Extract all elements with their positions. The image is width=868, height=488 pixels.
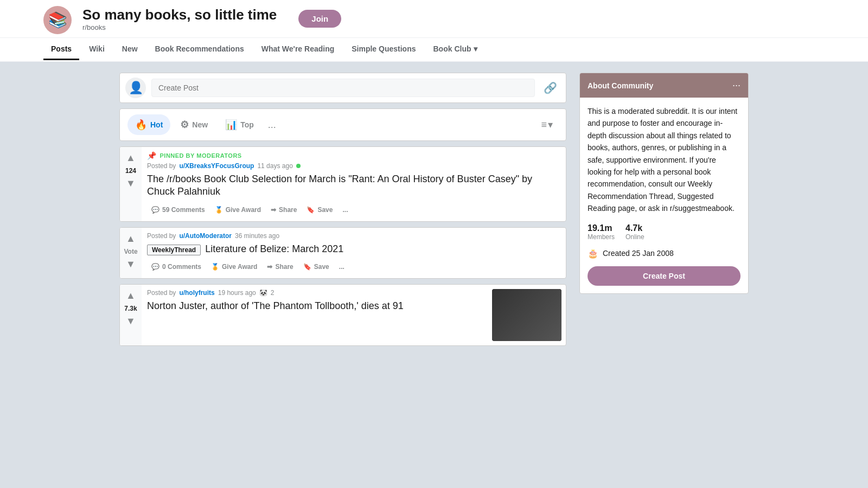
fire-icon: 🔥 [135, 119, 147, 131]
subreddit-nav: Posts Wiki New Book Recommendations What… [0, 38, 868, 62]
members-stat: 19.1m Members [588, 223, 615, 241]
about-header: About Community ··· [580, 73, 748, 98]
chart-icon: 📊 [225, 119, 237, 131]
sort-top-button[interactable]: 📊 Top [218, 114, 261, 135]
nav-item-simple-questions[interactable]: Simple Questions [344, 39, 423, 60]
award-icon: 🏅 [215, 206, 223, 214]
join-button[interactable]: Join [298, 10, 341, 28]
online-indicator-1 [296, 164, 301, 168]
post-card-2: ▲ Vote ▼ Posted by u/AutoModerator 36 mi… [119, 227, 566, 279]
vote-count-2: Vote [124, 248, 137, 255]
bookmark-icon: 🔖 [307, 206, 315, 214]
link-icon[interactable]: 🔗 [540, 78, 560, 98]
comments-button-2[interactable]: 💬 0 Comments [147, 260, 206, 274]
subreddit-header: 📚 So many books, so little time r/books … [0, 0, 868, 38]
sidebar-column: About Community ··· This is a moderated … [579, 73, 749, 346]
subreddit-logo: 📚 [43, 6, 72, 34]
online-label: Online [626, 233, 644, 241]
weekly-tag[interactable]: WeeklyThread [147, 245, 201, 255]
vote-down-button-1[interactable]: ▼ [125, 177, 137, 190]
vote-count-3: 7.3k [124, 305, 137, 312]
post-actions-2: 💬 0 Comments 🏅 Give Award ➡ Share 🔖 Save [147, 260, 560, 274]
nav-item-posts[interactable]: Posts [43, 39, 79, 60]
online-count: 4.7k [626, 223, 644, 233]
share-icon: ➡ [271, 206, 276, 214]
main-layout: 👤 🔗 🔥 Hot ⚙ New 📊 Top ... ≡ ▾ [108, 73, 760, 346]
give-award-button-2[interactable]: 🏅 Give Award [207, 260, 261, 274]
nav-item-what-were-reading[interactable]: What We're Reading [254, 39, 342, 60]
vote-up-button-1[interactable]: ▲ [125, 151, 137, 165]
post-actions-1: 💬 59 Comments 🏅 Give Award ➡ Share 🔖 Sav… [147, 203, 560, 217]
post-thumbnail-3 [492, 289, 561, 341]
share-button-2[interactable]: ➡ Share [263, 260, 297, 274]
post-card-1: ▲ 124 ▼ 📌 PINNED BY MODERATORS Posted by… [119, 146, 566, 222]
nav-item-wiki[interactable]: Wiki [81, 39, 112, 60]
more-button-1[interactable]: ... [338, 203, 352, 217]
post-title-2[interactable]: WeeklyThreadLiterature of Belize: March … [147, 243, 560, 255]
vote-up-button-3[interactable]: ▲ [125, 289, 137, 303]
sidebar-create-post-button[interactable]: Create Post [588, 266, 741, 286]
about-header-title: About Community [588, 81, 653, 90]
vote-column-3: ▲ 7.3k ▼ [120, 285, 142, 345]
more-button-2[interactable]: ... [335, 260, 349, 274]
comment-icon: 💬 [151, 206, 159, 214]
vote-up-button-2[interactable]: ▲ [125, 232, 137, 246]
chevron-down-icon: ▾ [548, 119, 553, 131]
gear-icon: ⚙ [180, 119, 189, 131]
create-post-input[interactable] [151, 79, 535, 97]
share-icon: ➡ [267, 263, 272, 271]
pin-icon: 📌 [147, 151, 157, 160]
nav-item-book-club[interactable]: Book Club ▾ [426, 39, 485, 60]
post-card-3: ▲ 7.3k ▼ Posted by u/holyfruits 19 hours… [119, 284, 566, 346]
post-content-2: Posted by u/AutoModerator 36 minutes ago… [142, 228, 566, 278]
vote-down-button-2[interactable]: ▼ [125, 258, 137, 271]
post-author-2[interactable]: u/AutoModerator [179, 232, 232, 240]
post-title-1[interactable]: The /r/books Book Club Selection for Mar… [147, 173, 560, 198]
give-award-button-1[interactable]: 🏅 Give Award [210, 203, 265, 217]
post-meta-1: Posted by u/XBreaksYFocusGroup 11 days a… [147, 162, 560, 170]
created-date: Created 25 Jan 2008 [603, 249, 674, 258]
about-description: This is a moderated subreddit. It is our… [588, 105, 741, 215]
post-title-3[interactable]: Norton Juster, author of 'The Phantom To… [147, 300, 487, 312]
view-toggle[interactable]: ≡ ▾ [535, 115, 558, 134]
comment-icon: 💬 [151, 263, 159, 271]
vote-count-1: 124 [125, 167, 136, 175]
feed-column: 👤 🔗 🔥 Hot ⚙ New 📊 Top ... ≡ ▾ [119, 73, 566, 346]
vote-column-2: ▲ Vote ▼ [120, 228, 142, 278]
thumbnail-image-3 [492, 289, 561, 341]
about-meta: 🎂 Created 25 Jan 2008 [588, 248, 741, 259]
sort-more-button[interactable]: ... [264, 115, 280, 135]
comments-button-1[interactable]: 💬 59 Comments [147, 203, 209, 217]
subreddit-title-area: So many books, so little time r/books [82, 7, 277, 31]
avatar: 👤 [125, 78, 146, 98]
subreddit-name: r/books [82, 23, 277, 31]
post-content-3: Posted by u/holyfruits 19 hours ago 🐼 2 … [142, 285, 492, 345]
about-body: This is a moderated subreddit. It is our… [580, 98, 748, 293]
bookmark-icon: 🔖 [303, 263, 311, 271]
post-content-1: 📌 PINNED BY MODERATORS Posted by u/XBrea… [142, 147, 566, 221]
save-button-1[interactable]: 🔖 Save [302, 203, 337, 217]
share-button-1[interactable]: ➡ Share [266, 203, 301, 217]
vote-down-button-3[interactable]: ▼ [125, 314, 137, 328]
about-stats: 19.1m Members 4.7k Online [588, 223, 741, 241]
nav-item-new[interactable]: New [114, 39, 145, 60]
nav-item-book-recommendations[interactable]: Book Recommendations [148, 39, 252, 60]
subreddit-title: So many books, so little time [82, 7, 277, 23]
about-card: About Community ··· This is a moderated … [579, 73, 749, 294]
award-icon: 🏅 [211, 263, 219, 271]
post-author-1[interactable]: u/XBreaksYFocusGroup [179, 162, 254, 170]
create-post-card: 👤 🔗 [119, 73, 566, 103]
post-author-3[interactable]: u/holyfruits [179, 289, 214, 297]
view-toggle-icon: ≡ [541, 119, 547, 131]
sort-bar: 🔥 Hot ⚙ New 📊 Top ... ≡ ▾ [119, 108, 566, 141]
about-more-button[interactable]: ··· [732, 80, 741, 91]
cake-icon: 🎂 [588, 248, 598, 259]
chevron-down-icon: ▾ [474, 44, 477, 53]
members-label: Members [588, 233, 615, 241]
save-button-2[interactable]: 🔖 Save [299, 260, 334, 274]
post-meta-3: Posted by u/holyfruits 19 hours ago 🐼 2 [147, 289, 487, 297]
sort-hot-button[interactable]: 🔥 Hot [127, 114, 170, 135]
post-meta-2: Posted by u/AutoModerator 36 minutes ago [147, 232, 560, 240]
members-count: 19.1m [588, 223, 615, 233]
sort-new-button[interactable]: ⚙ New [173, 114, 215, 135]
